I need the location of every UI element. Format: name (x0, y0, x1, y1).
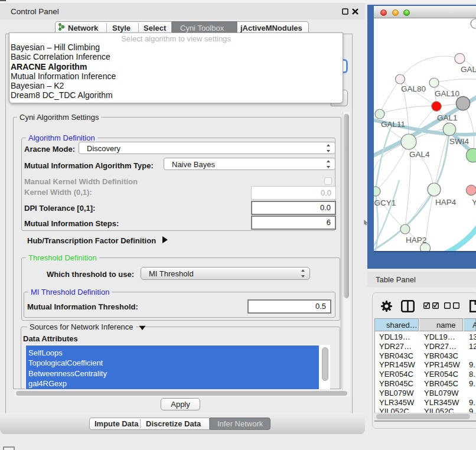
svg-text:GAL10: GAL10 (435, 89, 459, 98)
svg-text:GAL80: GAL80 (401, 84, 426, 93)
svg-text:GAL11: GAL11 (381, 120, 405, 129)
svg-text:HAP2: HAP2 (406, 236, 426, 244)
svg-text:HAP4: HAP4 (435, 198, 457, 207)
svg-text:Y: Y (472, 198, 476, 207)
svg-text:GAL1: GAL1 (437, 113, 458, 122)
svg-text:GAL4: GAL4 (409, 150, 430, 159)
svg-text:SWI4: SWI4 (449, 137, 469, 146)
svg-text:GAL7: GAL7 (461, 65, 476, 74)
svg-text:GCY1: GCY1 (374, 198, 396, 207)
